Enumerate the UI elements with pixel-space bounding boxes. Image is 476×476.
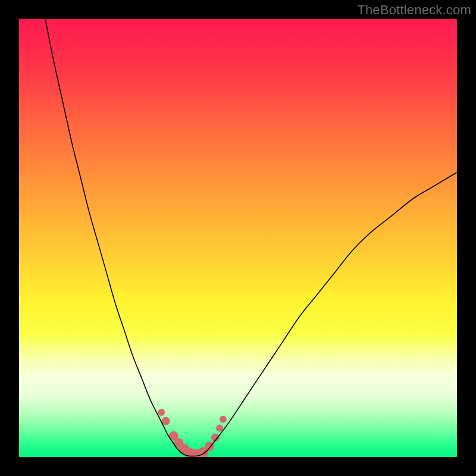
bottleneck-curve <box>45 19 457 456</box>
marker-dot <box>220 416 227 423</box>
watermark-text: TheBottleneck.com <box>357 2 471 18</box>
chart-svg <box>19 19 457 457</box>
marker-group <box>158 409 227 457</box>
marker-dot <box>158 409 165 416</box>
plot-area <box>19 19 457 457</box>
chart-frame: TheBottleneck.com <box>0 0 476 476</box>
marker-dot <box>216 424 223 431</box>
